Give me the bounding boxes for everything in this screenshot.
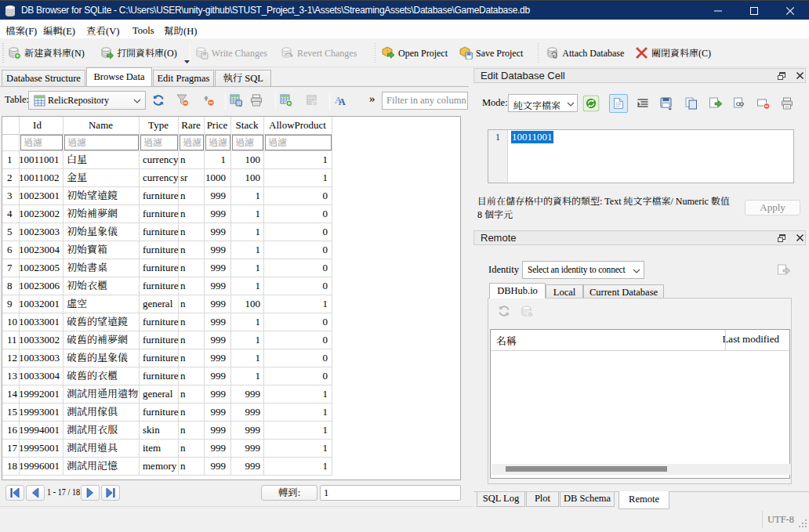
svg-text:A: A: [339, 96, 346, 107]
